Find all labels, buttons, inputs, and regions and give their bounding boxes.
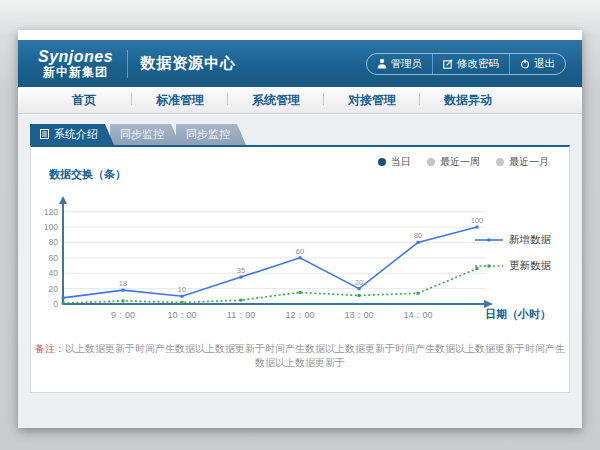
- company-logo: Synjones 新中新集团: [38, 49, 113, 78]
- admin-user-label: 管理员: [391, 57, 423, 71]
- svg-text:9：00: 9：00: [111, 310, 135, 320]
- logout-button[interactable]: 退出: [509, 54, 565, 74]
- legend-update-data-label: 更新数据: [509, 259, 551, 273]
- svg-text:35: 35: [237, 266, 245, 275]
- logout-label: 退出: [534, 57, 555, 71]
- user-toolbar: 管理员 修改密码 退出: [366, 53, 567, 75]
- footnote-prefix: 备注：: [35, 343, 65, 354]
- footnote: 备注：以上数据更新于时间产生数据以上数据更新于时间产生数据以上数据更新于时间产生…: [31, 342, 569, 370]
- y-axis-title: 数据交换（条）: [49, 167, 126, 182]
- x-axis-title: 日期（小时）: [485, 307, 551, 322]
- radio-dot-icon: [496, 158, 504, 166]
- app-header: Synjones 新中新集团 数据资源中心 管理员 修改密码: [18, 40, 582, 87]
- svg-text:10: 10: [178, 285, 186, 294]
- svg-text:14：00: 14：00: [403, 310, 432, 320]
- change-password-label: 修改密码: [457, 57, 499, 71]
- change-password-button[interactable]: 修改密码: [432, 54, 509, 74]
- svg-text:20: 20: [355, 278, 363, 287]
- nav-item-standard-mgmt[interactable]: 标准管理: [132, 92, 228, 109]
- content-area: 系统介绍 同步监控 同步监控 当日 最近一周: [18, 115, 582, 428]
- logo-text-en: Synjones: [38, 49, 113, 66]
- legend-item-update-data: 更新数据: [475, 259, 551, 273]
- tab-bar: 系统介绍 同步监控 同步监控: [30, 124, 246, 145]
- svg-text:12：00: 12：00: [285, 310, 314, 320]
- header-divider: [127, 50, 128, 78]
- tab-sync-monitor-1-label: 同步监控: [120, 127, 164, 142]
- svg-text:0: 0: [53, 299, 58, 309]
- nav-item-data-change[interactable]: 数据异动: [420, 92, 516, 109]
- svg-text:11：00: 11：00: [227, 310, 255, 320]
- tab-system-intro[interactable]: 系统介绍: [30, 124, 114, 145]
- range-option-last-week-label: 最近一周: [440, 155, 480, 169]
- user-icon: [377, 58, 387, 69]
- exchange-line-chart: 0204060801001209：0010：0011：0012：0013：001…: [45, 192, 505, 332]
- svg-text:20: 20: [49, 284, 59, 294]
- tab-sync-monitor-2-label: 同步监控: [186, 127, 230, 142]
- dotted-line-sample-icon: [475, 260, 503, 272]
- time-range-selector: 当日 最近一周 最近一月: [378, 155, 549, 169]
- line-sample-icon: [475, 234, 503, 246]
- svg-text:60: 60: [296, 247, 304, 256]
- range-option-last-month[interactable]: 最近一月: [496, 155, 549, 169]
- svg-text:80: 80: [49, 237, 59, 247]
- footnote-text: 以上数据更新于时间产生数据以上数据更新于时间产生数据以上数据更新于时间产生数据以…: [65, 343, 565, 368]
- svg-text:60: 60: [49, 253, 59, 263]
- app-window: Synjones 新中新集团 数据资源中心 管理员 修改密码: [18, 30, 582, 428]
- nav-item-interface-mgmt[interactable]: 对接管理: [324, 92, 420, 109]
- tab-sync-monitor-2[interactable]: 同步监控: [176, 124, 246, 145]
- radio-dot-icon: [427, 158, 435, 166]
- series-legend: 新增数据 更新数据: [475, 233, 551, 273]
- svg-text:18: 18: [119, 279, 127, 288]
- svg-text:100: 100: [45, 222, 58, 232]
- range-option-last-week[interactable]: 最近一周: [427, 155, 480, 169]
- chart-panel: 当日 最近一周 最近一月 数据交换（条） 0204060801001209：00…: [30, 145, 570, 393]
- edit-icon: [443, 59, 453, 69]
- power-icon: [520, 59, 530, 69]
- svg-text:40: 40: [49, 268, 59, 278]
- range-option-last-month-label: 最近一月: [509, 155, 549, 169]
- legend-item-new-data: 新增数据: [475, 233, 551, 247]
- svg-text:120: 120: [45, 207, 58, 217]
- range-option-today-label: 当日: [391, 155, 411, 169]
- nav-item-home[interactable]: 首页: [36, 92, 132, 109]
- svg-text:80: 80: [414, 231, 422, 240]
- range-option-today[interactable]: 当日: [378, 155, 411, 169]
- svg-text:100: 100: [471, 216, 484, 225]
- nav-item-system-mgmt[interactable]: 系统管理: [228, 92, 324, 109]
- tab-system-intro-label: 系统介绍: [54, 127, 98, 142]
- page-title: 数据资源中心: [140, 54, 236, 73]
- logo-text-cn: 新中新集团: [38, 66, 113, 79]
- legend-new-data-label: 新增数据: [509, 233, 551, 247]
- main-nav: 首页 标准管理 系统管理 对接管理 数据异动: [18, 87, 582, 114]
- radio-dot-icon: [378, 158, 386, 166]
- svg-text:13：00: 13：00: [344, 310, 373, 320]
- tab-sync-monitor-1[interactable]: 同步监控: [110, 124, 180, 145]
- admin-user-button[interactable]: 管理员: [367, 54, 433, 74]
- document-icon: [40, 129, 49, 141]
- svg-text:10：00: 10：00: [167, 310, 196, 320]
